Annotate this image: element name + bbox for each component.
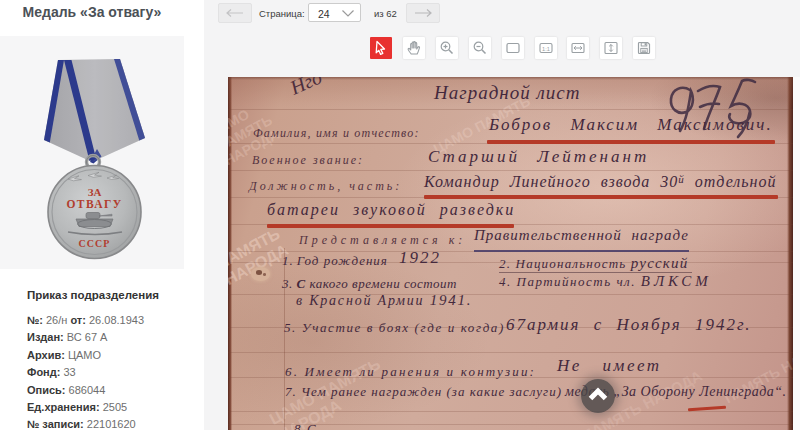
svg-text:1:1: 1:1: [542, 46, 550, 52]
svg-text:ЗА: ЗА: [88, 186, 102, 198]
svg-text:СССР: СССР: [79, 238, 111, 249]
svg-text:ОТВАГУ: ОТВАГУ: [66, 198, 122, 210]
